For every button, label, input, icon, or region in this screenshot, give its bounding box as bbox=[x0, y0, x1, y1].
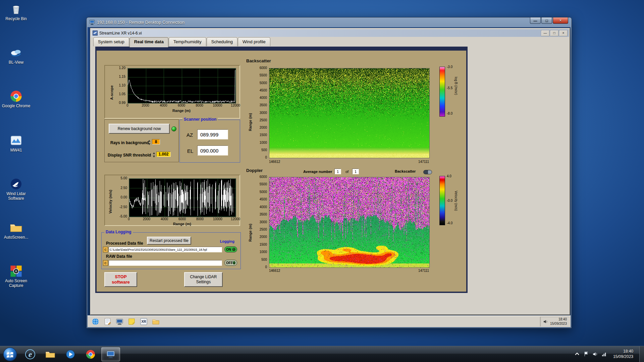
desktop-icon-label: BL-View bbox=[9, 60, 23, 65]
remote-system-tray: 18:40 15/09/2023 bbox=[540, 317, 570, 326]
backscatter-ytick: 2500 bbox=[256, 119, 267, 122]
autoscreen-icon bbox=[10, 221, 22, 234]
app-close-button[interactable]: × bbox=[559, 30, 568, 36]
backscatter-ytick: 3000 bbox=[256, 111, 267, 115]
processed-path-field[interactable]: C:\Lidar\Data\Proc\2023\202309\20230915\… bbox=[109, 247, 222, 252]
taskbar-app-internet-explorer[interactable]: e bbox=[21, 347, 40, 361]
tab-scheduling[interactable]: Scheduling bbox=[207, 37, 237, 46]
renew-background-led bbox=[171, 126, 176, 131]
host-clock[interactable]: 18:40 15/09/2023 bbox=[610, 349, 636, 359]
ascope-ytick: 1.20 bbox=[115, 66, 125, 70]
app-maximize-button[interactable]: □ bbox=[550, 30, 558, 36]
ascope-group: A-scope 1.201.151.101.050.99 02000400060… bbox=[104, 65, 240, 119]
desktop-icon-auto-screen-capture[interactable]: Auto Screen Capture bbox=[1, 265, 32, 288]
remote-quicklaunch-notepad[interactable] bbox=[104, 318, 111, 325]
restart-processed-file-button[interactable]: Restart processed file bbox=[147, 237, 191, 245]
logging-label: Logging bbox=[219, 239, 236, 243]
tab-wind-profile[interactable]: Wind profile bbox=[238, 37, 270, 46]
app-title-bar[interactable]: StreamLine XR v14-6.vi —□× bbox=[91, 29, 569, 37]
rays-spinner[interactable] bbox=[148, 139, 151, 145]
rdp-title-bar[interactable]: 192.168.0.150 - Remote Desktop Connectio… bbox=[87, 17, 572, 27]
backscatter-ytick: 1500 bbox=[256, 133, 267, 137]
bl-view-icon bbox=[10, 46, 22, 59]
renew-background-button[interactable]: Renew background now bbox=[109, 124, 170, 134]
data-logging-box: Data Logging Processed Data file Restart… bbox=[101, 232, 241, 269]
doppler-ytick-labels: 6000550050004500400035003000250020001500… bbox=[256, 177, 268, 267]
network-icon[interactable] bbox=[601, 351, 607, 357]
remote-quicklaunch-sticky-note[interactable] bbox=[128, 318, 136, 325]
ascope-xtick: 10000 bbox=[213, 104, 222, 107]
host-system-tray: 18:40 15/09/2023 bbox=[574, 346, 644, 362]
velocity-ytick-labels: 5.002.500.00-2.50-5.00 bbox=[116, 178, 128, 217]
tab-system-setup[interactable]: System setup bbox=[93, 37, 129, 46]
desktop-icon-mw41[interactable]: MW41 bbox=[1, 134, 32, 153]
stop-software-button[interactable]: STOPsoftware bbox=[104, 272, 137, 287]
show-desktop-button[interactable] bbox=[639, 346, 644, 362]
rdp-minimize-button[interactable]: — bbox=[530, 17, 541, 24]
host-taskbar: e 18:40 15/09/2023 bbox=[0, 346, 644, 362]
average-total-field[interactable]: 1 bbox=[352, 169, 359, 174]
remote-quicklaunch: XR bbox=[88, 318, 160, 325]
rdp-maximize-button[interactable]: □ bbox=[541, 17, 552, 24]
processed-path-type-icon[interactable]: C bbox=[103, 247, 108, 252]
snr-threshold-label: Display SNR threshold bbox=[108, 153, 151, 158]
scanner-position-title: Scanner position bbox=[182, 117, 218, 122]
az-label: AZ bbox=[186, 132, 193, 138]
taskbar-app-media-player[interactable] bbox=[61, 347, 80, 361]
doppler-ytick: 2000 bbox=[256, 235, 267, 239]
backscatter-display-toggle[interactable] bbox=[423, 170, 432, 174]
desktop-icon-label: Auto Screen Capture bbox=[1, 279, 32, 288]
snr-value-field[interactable]: 1.002 bbox=[156, 152, 171, 157]
doppler-ytick: 500 bbox=[256, 258, 267, 261]
desktop-icon-google-chrome[interactable]: Google Chrome bbox=[1, 90, 32, 109]
desktop-icon-wind-lidar-software[interactable]: Wind Lidar Software bbox=[1, 178, 32, 201]
start-button[interactable] bbox=[3, 347, 17, 362]
tab-temp-humidity[interactable]: Temp/humidity bbox=[169, 37, 206, 46]
desktop-icon-autoscreen[interactable]: AutoScreen... bbox=[1, 221, 32, 240]
backscatter-ytick: 4500 bbox=[256, 89, 267, 92]
doppler-colorbar-tick: -0.0 bbox=[447, 199, 452, 202]
action-flag-icon[interactable] bbox=[583, 351, 589, 357]
backscatter-colorbar bbox=[439, 67, 445, 117]
taskbar-app-remote-desktop[interactable] bbox=[101, 347, 120, 361]
volume-icon[interactable] bbox=[543, 319, 548, 324]
snr-spinner[interactable] bbox=[152, 152, 156, 158]
chevron-up-icon[interactable] bbox=[574, 351, 580, 357]
desktop-icon-label: MW41 bbox=[10, 148, 22, 153]
backscatter-ytick: 3500 bbox=[256, 104, 267, 107]
az-value-field[interactable]: 089.999 bbox=[197, 129, 228, 139]
change-lidar-settings-button[interactable]: Change LiDARSettings bbox=[184, 272, 223, 287]
ascope-xtick: 8000 bbox=[196, 104, 203, 107]
doppler-title: Doppler bbox=[246, 168, 263, 173]
velocity-ytick: 0.00 bbox=[116, 196, 127, 199]
backscatter-ytick: 5500 bbox=[256, 74, 267, 77]
raw-logging-toggle[interactable]: OFF bbox=[224, 260, 237, 266]
ascope-ylabel: A-scope bbox=[110, 73, 114, 100]
desktop-icon-recycle-bin[interactable]: Recycle Bin bbox=[1, 3, 32, 21]
tab-real-time-data[interactable]: Real time data bbox=[129, 37, 168, 47]
doppler-xstart: 146612 bbox=[269, 269, 280, 273]
velocity-xtick: 4000 bbox=[161, 218, 168, 221]
backscatter-xstart: 146612 bbox=[269, 160, 280, 164]
el-value-field[interactable]: 090.000 bbox=[197, 145, 228, 156]
taskbar-app-google-chrome[interactable] bbox=[81, 347, 100, 361]
processed-logging-toggle[interactable]: ON bbox=[224, 246, 237, 252]
raw-path-type-icon[interactable]: C bbox=[103, 260, 108, 266]
rdp-close-button[interactable]: × bbox=[553, 17, 568, 24]
rays-value-field[interactable]: 8 bbox=[152, 139, 160, 144]
background-controls-box: Renew background now Rays in background … bbox=[104, 119, 179, 162]
taskbar-app-file-explorer[interactable] bbox=[41, 347, 60, 361]
raw-path-field[interactable] bbox=[109, 260, 222, 266]
remote-quicklaunch-folder[interactable] bbox=[152, 318, 160, 325]
desktop-icon-bl-view[interactable]: BL-View bbox=[1, 46, 32, 65]
app-minimize-button[interactable]: — bbox=[541, 30, 549, 36]
app-window-icon bbox=[93, 31, 98, 36]
remote-quicklaunch-system-monitor[interactable] bbox=[116, 318, 123, 325]
remote-quicklaunch-internet-explorer[interactable] bbox=[92, 318, 99, 325]
remote-quicklaunch-xr-app[interactable]: XR bbox=[140, 318, 148, 325]
ascope-xtick: 12000 bbox=[231, 104, 240, 107]
volume-icon[interactable] bbox=[592, 351, 598, 357]
average-number-field[interactable]: 1 bbox=[334, 169, 341, 174]
google-chrome-icon bbox=[86, 349, 96, 359]
doppler-ytick: 1000 bbox=[256, 250, 267, 254]
